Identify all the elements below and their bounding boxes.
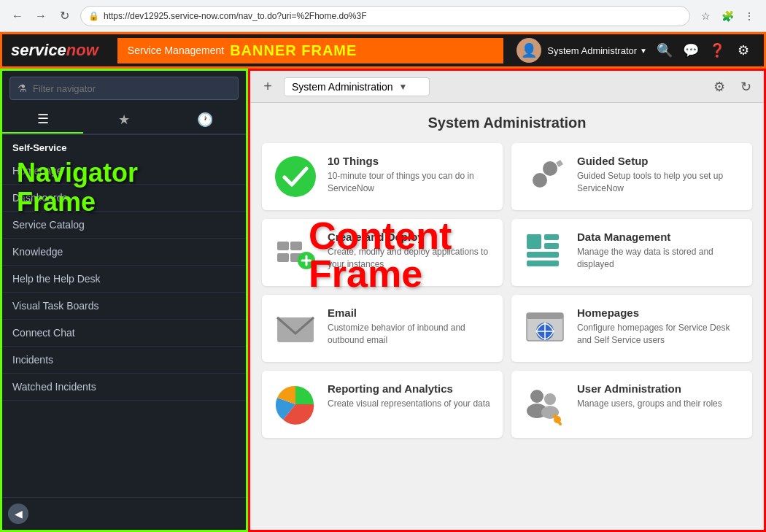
bookmark-button[interactable]: ☆ [696,7,715,26]
settings-icon-button[interactable]: ⚙ [732,39,755,62]
card-data-management[interactable]: Data Management Manage the way data is s… [511,219,752,286]
url-text: https://dev12925.service-now.com/nav_to.… [104,11,367,21]
svg-point-2 [533,173,547,188]
nav-tab-history[interactable]: 🕐 [165,106,246,134]
card-guided-setup-desc: Guided Setup tools to help you set up Se… [577,170,740,195]
card-user-admin-desc: Manage users, groups and their roles [577,398,722,410]
nav-tab-menu[interactable]: ☰ [2,106,83,134]
content-toolbar: + System Administration ▼ ⚙ ↻ [250,71,764,103]
card-homepages-desc: Configure homepages for Service Desk and… [577,322,740,347]
card-data-management-icon [523,231,567,274]
address-bar[interactable]: 🔒 https://dev12925.service-now.com/nav_t… [80,6,690,26]
card-data-management-title: Data Management [577,231,740,243]
card-reporting-desc: Create visual representations of your da… [328,398,490,410]
banner-frame-label: BANNER FRAME [230,42,357,59]
card-reporting[interactable]: Reporting and Analytics Create visual re… [262,371,503,438]
card-user-admin-title: User Administration [577,382,722,395]
nav-bottom-action-button[interactable]: ◀ [8,504,28,524]
nav-item-help-desk[interactable]: Help the Help Desk [2,266,246,293]
chat-icon-button[interactable]: 💬 [679,39,703,62]
card-guided-setup-text: Guided Setup Guided Setup tools to help … [577,155,740,195]
nav-tab-favorites[interactable]: ★ [83,106,164,134]
card-homepages-title: Homepages [577,307,740,319]
forward-button[interactable]: → [31,6,51,26]
content-toolbar-actions: ⚙ ↻ [708,76,757,98]
nav-item-visual-task-boards[interactable]: Visual Task Boards [2,293,246,320]
user-name-label: System Administrator [547,45,637,56]
sn-logo: service now [11,41,98,60]
user-dropdown-arrow[interactable]: ▼ [640,47,647,55]
content-page-title: System Administration [262,115,752,131]
sn-header: service now Service Management BANNER FR… [0,32,766,69]
svg-rect-13 [527,252,559,258]
help-icon-button[interactable]: ❓ [705,39,729,62]
card-homepages-text: Homepages Configure homepages for Servic… [577,307,740,347]
card-email-icon [274,307,317,350]
card-reporting-icon [274,382,317,426]
nav-item-dashboards[interactable]: Dashboards [2,185,246,212]
card-reporting-title: Reporting and Analytics [328,382,490,395]
svg-point-27 [554,416,561,423]
nav-item-watched-incidents[interactable]: Watched Incidents [2,374,246,401]
card-user-admin[interactable]: User Administration Manage users, groups… [511,371,752,438]
card-email[interactable]: Email Customize behavior of inbound and … [262,295,503,362]
nav-item-connect-chat[interactable]: Connect Chat [2,320,246,347]
card-reporting-text: Reporting and Analytics Create visual re… [328,382,490,410]
refresh-button[interactable]: ↻ [54,6,74,26]
navigator-frame: ⚗ ☰ ★ 🕐 Self-Service Homepage Dashboards… [0,69,248,532]
nav-item-homepage[interactable]: Homepage [2,158,246,185]
nav-items-list: Self-Service Homepage Dashboards Service… [2,135,246,497]
banner-area: Service Management BANNER FRAME [117,38,503,63]
svg-rect-14 [527,261,559,266]
card-create-deploy-desc: Create, modify and deploy applications t… [328,246,491,271]
browser-nav-buttons: ← → ↻ [7,6,74,26]
filter-icon: ⚗ [18,82,27,94]
main-layout: ⚗ ☰ ★ 🕐 Self-Service Homepage Dashboards… [0,69,766,532]
current-tab-label: System Administration [292,81,393,93]
filter-navigator-input[interactable] [33,83,231,94]
svg-rect-5 [277,253,289,262]
content-settings-button[interactable]: ⚙ [708,76,730,98]
card-data-management-text: Data Management Manage the way data is s… [577,231,740,271]
svg-rect-4 [290,242,302,250]
nav-item-knowledge[interactable]: Knowledge [2,239,246,266]
card-create-deploy[interactable]: Create and Deploy Create, modify and dep… [262,219,503,286]
card-homepages[interactable]: Homepages Configure homepages for Servic… [511,295,752,362]
filter-input-wrapper[interactable]: ⚗ [9,77,239,100]
browser-actions: ☆ 🧩 ⋮ [696,7,759,26]
nav-item-service-catalog[interactable]: Service Catalog [2,212,246,239]
svg-rect-11 [544,234,559,240]
card-10things-desc: 10-minute tour of things you can do in S… [328,170,491,195]
card-10things[interactable]: 10 Things 10-minute tour of things you c… [262,143,503,210]
menu-button[interactable]: ⋮ [740,7,759,26]
card-10things-title: 10 Things [328,155,491,167]
content-refresh-button[interactable]: ↻ [735,76,757,98]
add-tab-button[interactable]: + [258,77,278,97]
back-button[interactable]: ← [7,6,28,26]
card-10things-icon [274,155,317,198]
svg-rect-10 [527,234,541,249]
svg-point-1 [543,161,557,176]
card-guided-setup[interactable]: Guided Setup Guided Setup tools to help … [511,143,752,210]
tab-selector[interactable]: System Administration ▼ [284,77,430,96]
extensions-button[interactable]: 🧩 [718,7,737,26]
card-create-deploy-title: Create and Deploy [328,231,491,243]
logo-now: now [66,41,98,60]
card-email-text: Email Customize behavior of inbound and … [328,307,491,347]
content-main: System Administration 10 Things 10-minut… [250,103,764,530]
svg-rect-12 [544,243,559,249]
card-homepages-icon [523,307,567,350]
nav-bottom-bar: ◀ [2,497,246,530]
banner-service-mgmt-label: Service Management [128,45,224,56]
search-icon-button[interactable]: 🔍 [653,39,676,62]
nav-tabs: ☰ ★ 🕐 [2,106,246,135]
card-10things-text: 10 Things 10-minute tour of things you c… [328,155,491,195]
svg-point-22 [530,390,543,403]
card-guided-setup-title: Guided Setup [577,155,740,167]
card-guided-setup-icon [523,155,567,198]
card-user-admin-icon [523,382,567,426]
card-email-desc: Customize behavior of inbound and outbou… [328,322,491,347]
card-user-admin-text: User Administration Manage users, groups… [577,382,722,410]
nav-item-incidents[interactable]: Incidents [2,347,246,374]
cards-grid: 10 Things 10-minute tour of things you c… [262,143,752,438]
